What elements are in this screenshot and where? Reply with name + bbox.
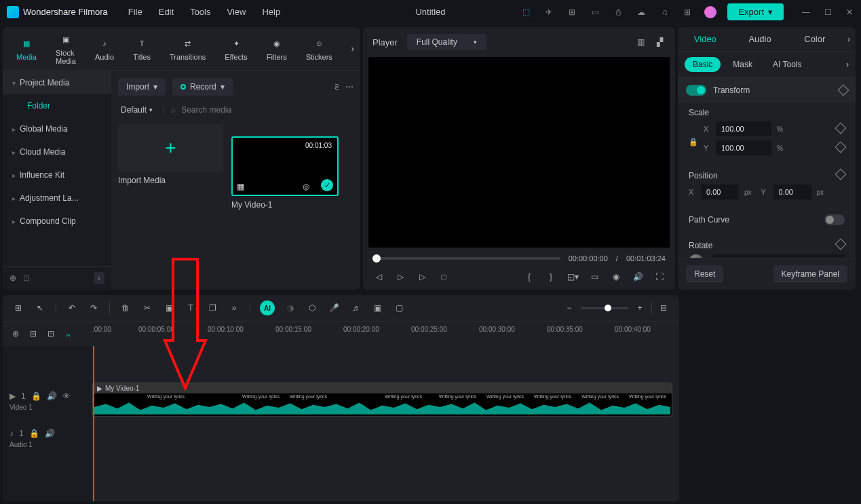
- tabs-more-icon[interactable]: ›: [351, 44, 354, 54]
- tl-delete-icon[interactable]: 🗑: [119, 302, 132, 314]
- next-frame-icon[interactable]: ▷: [416, 271, 428, 283]
- lock-icon[interactable]: 🔒: [31, 391, 41, 401]
- camera-icon[interactable]: ◉: [610, 271, 622, 283]
- save-icon[interactable]: ⎙: [612, 6, 624, 18]
- tab-stickers[interactable]: ☺Stickers: [306, 37, 332, 61]
- tl-color-icon[interactable]: ◑: [284, 302, 296, 314]
- close-button[interactable]: ✕: [845, 7, 854, 17]
- scale-y-input[interactable]: [716, 140, 771, 155]
- tl-text-icon[interactable]: T: [185, 302, 197, 314]
- speaker-icon[interactable]: 🔊: [47, 391, 57, 401]
- tab-stock[interactable]: ▣Stock Media: [56, 33, 76, 65]
- sidebar-compound-clip[interactable]: ▸Compound Clip: [3, 210, 111, 233]
- pos-x-input[interactable]: [701, 185, 739, 199]
- subtabs-more-icon[interactable]: ›: [846, 60, 849, 69]
- export-button[interactable]: Export▾: [727, 3, 784, 20]
- volume-icon[interactable]: 🔊: [632, 271, 644, 283]
- sidebar-adjustment-layer[interactable]: ▸Adjustment La...: [3, 187, 111, 210]
- eye-icon[interactable]: 👁: [62, 391, 71, 401]
- sidebar-project-media[interactable]: ▾Project Media: [3, 71, 111, 94]
- tl-record-icon[interactable]: ▣: [371, 302, 383, 314]
- send-icon[interactable]: ✈: [543, 6, 555, 18]
- tl-track-add-icon[interactable]: ⊕: [9, 328, 22, 340]
- tab-transitions[interactable]: ⇄Transitions: [170, 37, 206, 61]
- fullscreen-icon[interactable]: ⛶: [653, 271, 666, 283]
- menu-edit[interactable]: Edit: [159, 7, 174, 17]
- subtab-basic[interactable]: Basic: [685, 57, 721, 72]
- scale-x-keyframe-icon[interactable]: [835, 122, 847, 134]
- more-options-icon[interactable]: ⋯: [345, 82, 353, 92]
- props-tab-video[interactable]: Video: [678, 27, 733, 51]
- player-viewport[interactable]: [368, 57, 670, 248]
- tl-ai-button[interactable]: AI: [260, 301, 275, 315]
- compare-view-icon[interactable]: ▥: [634, 36, 647, 48]
- prev-frame-icon[interactable]: ◁: [372, 271, 385, 283]
- filter-icon[interactable]: ⫔: [334, 82, 339, 92]
- import-button[interactable]: Import▾: [118, 78, 166, 96]
- keyframe-panel-button[interactable]: Keyframe Panel: [773, 265, 847, 283]
- video-track-header[interactable]: ▶1🔒🔊👁 Video 1: [3, 383, 91, 420]
- mark-out-icon[interactable]: }: [545, 271, 557, 283]
- gift-icon[interactable]: ⬚: [520, 6, 532, 18]
- transform-toggle[interactable]: [686, 85, 706, 96]
- tl-magnet-icon[interactable]: ⩋: [62, 328, 75, 340]
- tab-filters[interactable]: ◉Filters: [267, 37, 287, 61]
- tl-shield-icon[interactable]: ⬡: [306, 302, 318, 314]
- new-folder-icon[interactable]: ⊕: [9, 273, 16, 283]
- minimize-button[interactable]: —: [801, 7, 811, 17]
- tl-redo-icon[interactable]: ↷: [88, 302, 100, 314]
- scale-y-keyframe-icon[interactable]: [835, 141, 847, 153]
- path-curve-toggle[interactable]: [824, 214, 845, 225]
- sidebar-global-media[interactable]: ▸Global Media: [3, 117, 111, 140]
- link-lock-icon[interactable]: 🔒: [689, 138, 698, 147]
- props-tab-color[interactable]: Color: [787, 27, 842, 51]
- tl-marker-icon[interactable]: ▢: [393, 302, 405, 314]
- headphone-icon[interactable]: ♫: [658, 6, 670, 18]
- device-icon[interactable]: ⊞: [566, 6, 578, 18]
- timeline-video-clip[interactable]: ▶My Video-1 Writing your lyrics Writing …: [92, 383, 672, 416]
- search-input[interactable]: [181, 105, 353, 115]
- tab-media[interactable]: ▦Media: [16, 37, 37, 61]
- menu-help[interactable]: Help: [262, 7, 280, 17]
- tl-track-link-icon[interactable]: ⊟: [27, 328, 39, 340]
- default-sort-select[interactable]: Default▾: [118, 102, 155, 117]
- progress-bar[interactable]: [372, 257, 560, 260]
- scale-x-input[interactable]: [716, 121, 771, 136]
- speaker-audio-icon[interactable]: 🔊: [45, 429, 55, 438]
- image-view-icon[interactable]: ▞: [653, 36, 666, 48]
- subtab-ai-tools[interactable]: AI Tools: [765, 57, 809, 72]
- progress-handle[interactable]: [372, 254, 381, 263]
- tl-split-icon[interactable]: ✂: [141, 302, 153, 314]
- tl-crop-icon[interactable]: ▣: [163, 302, 175, 314]
- props-tabs-more-icon[interactable]: ›: [842, 35, 856, 44]
- record-button[interactable]: Record▾: [172, 78, 233, 96]
- ratio-icon[interactable]: ◱▾: [567, 271, 579, 283]
- reset-button[interactable]: Reset: [686, 265, 723, 283]
- quality-select[interactable]: Full Quality▾: [407, 34, 486, 50]
- tl-mic-icon[interactable]: 🎤: [328, 302, 340, 314]
- sidebar-folder[interactable]: Folder: [3, 94, 111, 117]
- tab-titles[interactable]: TTitles: [133, 37, 151, 61]
- audio-track-header[interactable]: ♪1🔒🔊 Audio 1: [3, 420, 91, 457]
- tl-undo-icon[interactable]: ↶: [66, 302, 78, 314]
- sidebar-cloud-media[interactable]: ▸Cloud Media: [3, 140, 111, 163]
- lock-audio-icon[interactable]: 🔒: [29, 429, 39, 438]
- play-icon[interactable]: ▷: [394, 271, 406, 283]
- timeline-ruler[interactable]: :00:00 00:00:05:00 00:00:10:00 00:00:15:…: [91, 322, 679, 346]
- import-media-tile[interactable]: +: [118, 124, 223, 172]
- mark-in-icon[interactable]: {: [523, 271, 535, 283]
- rotate-keyframe-icon[interactable]: [835, 239, 847, 250]
- sidebar-influence-kit[interactable]: ▸Influence Kit: [3, 163, 111, 187]
- subtab-mask[interactable]: Mask: [725, 57, 761, 72]
- position-keyframe-icon[interactable]: [835, 169, 847, 180]
- media-clip-thumb[interactable]: 00:01:03 ▦ ◎ ✓: [231, 136, 339, 196]
- tl-cursor-icon[interactable]: ↖: [34, 302, 46, 314]
- screenshot-player-icon[interactable]: ▭: [588, 271, 600, 283]
- props-tab-audio[interactable]: Audio: [733, 27, 788, 51]
- cloud-icon[interactable]: ☁: [635, 6, 647, 18]
- tl-fit-icon[interactable]: ⊟: [657, 302, 670, 314]
- menu-tools[interactable]: Tools: [190, 7, 210, 17]
- stop-icon[interactable]: □: [438, 271, 450, 283]
- tl-track-opt-icon[interactable]: ⊡: [45, 328, 57, 340]
- playhead[interactable]: [93, 346, 94, 501]
